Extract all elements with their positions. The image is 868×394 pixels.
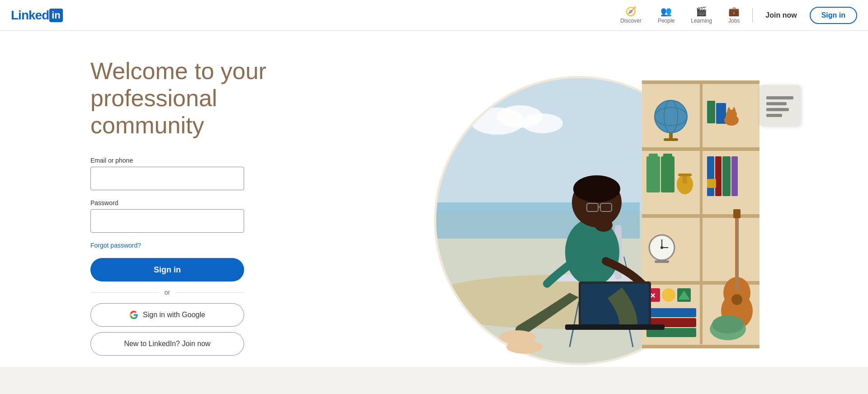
email-input[interactable] [90,167,244,190]
nav-discover-label: Discover [620,18,642,24]
nav-divider [752,8,753,23]
nav-learning[interactable]: 🎬 Learning [684,2,719,28]
svg-point-7 [522,113,563,133]
svg-rect-37 [715,156,722,196]
svg-rect-46 [655,260,669,263]
svg-rect-84 [766,102,787,105]
or-line-right [175,292,244,293]
svg-rect-60 [646,308,696,317]
or-text: or [159,289,175,296]
welcome-title: Welcome to your professional community [90,58,307,139]
svg-point-54 [731,294,742,305]
svg-point-81 [506,340,542,354]
nav-learning-label: Learning [691,18,712,24]
main-content: Welcome to your professional community E… [0,31,868,394]
svg-rect-39 [731,156,738,196]
sign-in-button[interactable]: Sign in [90,258,244,281]
svg-rect-40 [707,179,716,188]
svg-rect-31 [661,156,675,192]
svg-rect-85 [766,108,789,111]
people-icon: 👥 [660,6,672,17]
sign-in-google-button[interactable]: Sign in with Google [90,303,244,327]
svg-rect-23 [707,101,715,123]
svg-rect-29 [646,156,660,192]
svg-rect-86 [766,114,782,117]
svg-rect-11 [642,80,760,84]
svg-rect-15 [642,345,760,348]
logo-text: Linked [11,8,49,23]
email-form-group: Email or phone [90,157,244,190]
sign-in-header-button[interactable]: Sign in [810,7,857,24]
form-section: Welcome to your professional community E… [0,31,307,394]
illustration-section: ✕ [307,31,868,394]
join-now-button[interactable]: Join now [758,8,804,23]
password-label: Password [90,199,244,206]
nav-discover[interactable]: 🧭 Discover [613,2,649,28]
header: Linkedin 🧭 Discover 👥 People 🎬 Learning … [0,0,868,31]
svg-rect-79 [565,324,665,330]
header-left: Linkedin [11,8,63,23]
svg-rect-16 [700,84,703,344]
svg-rect-32 [663,154,672,157]
nav-jobs-label: Jobs [728,18,740,24]
google-button-label: Sign in with Google [143,311,205,319]
nav-people-label: People [658,18,675,24]
svg-rect-30 [649,154,658,157]
nav-actions: Join now Sign in [758,7,857,24]
svg-point-72 [573,175,620,202]
svg-rect-22 [664,138,678,141]
svg-rect-50 [733,209,741,218]
password-form-group: Password [90,199,244,233]
svg-rect-36 [707,156,714,196]
forgot-password-link[interactable]: Forgot password? [90,242,307,249]
svg-rect-38 [722,156,731,196]
header-nav: 🧭 Discover 👥 People 🎬 Learning 💼 Jobs Jo… [613,2,857,28]
svg-rect-35 [678,174,692,176]
svg-rect-57 [662,288,675,302]
password-input[interactable] [90,209,244,233]
svg-point-64 [712,315,744,333]
google-icon [129,310,138,319]
svg-rect-83 [766,96,793,99]
svg-point-76 [594,218,613,232]
linkedin-logo[interactable]: Linkedin [11,8,63,23]
or-line-left [90,292,159,293]
join-now-bottom-button[interactable]: New to LinkedIn? Join now [90,332,244,356]
learning-icon: 🎬 [696,6,707,17]
or-divider: or [90,289,244,296]
logo-in: in [49,9,63,22]
discover-icon: 🧭 [625,6,637,17]
nav-jobs[interactable]: 💼 Jobs [721,2,747,28]
jobs-icon: 💼 [728,6,740,17]
nav-people[interactable]: 👥 People [651,2,682,28]
email-label: Email or phone [90,157,244,164]
hero-illustration: ✕ [307,31,868,394]
